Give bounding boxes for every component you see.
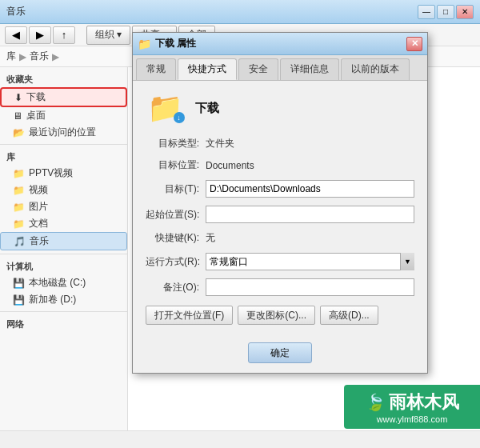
ok-button[interactable]: 确定 [248, 342, 312, 363]
tab-previous-label: 以前的版本 [351, 63, 399, 74]
target-type-label: 目标类型: [146, 137, 206, 150]
tab-general-label: 常规 [146, 63, 166, 74]
dialog-folder-name: 下载 [195, 101, 219, 116]
start-input[interactable] [206, 206, 414, 223]
tab-shortcut-label: 快捷方式 [188, 63, 226, 74]
target-label: 目标(T): [146, 182, 206, 196]
hotkey-value: 无 [206, 231, 215, 245]
change-icon-button[interactable]: 更改图标(C)... [238, 306, 315, 325]
run-row: 运行方式(R): 常规窗口 ▼ [146, 253, 414, 270]
tab-security-label: 安全 [249, 63, 268, 74]
watermark-leaf-icon: 🍃 [366, 393, 386, 412]
tab-security[interactable]: 安全 [238, 58, 278, 80]
target-location-value: Documents [206, 160, 254, 171]
start-label: 起始位置(S): [146, 208, 206, 222]
dialog-close-button[interactable]: ✕ [406, 37, 422, 51]
open-location-button[interactable]: 打开文件位置(F) [146, 306, 233, 325]
target-row: 目标(T): [146, 180, 414, 198]
dialog-footer: 确定 [133, 336, 427, 373]
target-input[interactable] [206, 180, 414, 198]
dialog-overlay: 📁 下载 属性 ✕ 常规 快捷方式 安全 详细信息 以前的版 [0, 0, 480, 448]
tab-general[interactable]: 常规 [136, 58, 176, 80]
dialog-buttons-row: 打开文件位置(F) 更改图标(C)... 高级(D)... [146, 306, 414, 325]
dialog-title-icon: 📁 [138, 38, 151, 50]
folder-icon-badge: ↓ [174, 112, 185, 123]
comment-label: 备注(O): [146, 281, 206, 294]
target-location-label: 目标位置: [146, 158, 206, 172]
target-type-row: 目标类型: 文件夹 [146, 137, 414, 150]
dialog-title-bar: 📁 下载 属性 ✕ [133, 33, 427, 55]
properties-dialog: 📁 下载 属性 ✕ 常规 快捷方式 安全 详细信息 以前的版 [132, 32, 428, 374]
hotkey-row: 快捷键(K): 无 [146, 231, 414, 245]
advanced-button[interactable]: 高级(D)... [320, 306, 378, 325]
tab-previous[interactable]: 以前的版本 [341, 58, 410, 80]
dialog-content: 📁 ↓ 下载 目标类型: 文件夹 目标位置: Documents 目标 [133, 81, 427, 336]
watermark: 🍃 雨林木风 www.ylmf888.com [344, 385, 480, 429]
run-select[interactable]: 常规窗口 [206, 253, 414, 270]
comment-row: 备注(O): [146, 278, 414, 296]
hotkey-label: 快捷键(K): [146, 231, 206, 245]
target-type-value: 文件夹 [206, 137, 234, 150]
watermark-logo: 雨林木风 [389, 390, 459, 414]
dialog-title-text: 下载 属性 [155, 37, 406, 50]
dialog-header: 📁 ↓ 下载 [146, 92, 414, 124]
tab-details[interactable]: 详细信息 [280, 58, 339, 80]
run-select-wrapper: 常规窗口 ▼ [206, 253, 414, 270]
start-row: 起始位置(S): [146, 206, 414, 223]
tab-details-label: 详细信息 [290, 63, 329, 74]
tab-shortcut[interactable]: 快捷方式 [178, 58, 237, 80]
dialog-tabs: 常规 快捷方式 安全 详细信息 以前的版本 [133, 55, 427, 81]
target-location-row: 目标位置: Documents [146, 158, 414, 172]
comment-input[interactable] [206, 278, 414, 296]
run-label: 运行方式(R): [146, 255, 206, 269]
explorer-window: 音乐 — □ ✕ ◀ ▶ ↑ 组织 ▾ 共享 ▾ 全部 库 ▶ 音乐 ▶ 收藏夹… [0, 0, 480, 448]
watermark-url: www.ylmf888.com [377, 414, 448, 424]
dialog-folder-icon: 📁 ↓ [146, 92, 184, 124]
